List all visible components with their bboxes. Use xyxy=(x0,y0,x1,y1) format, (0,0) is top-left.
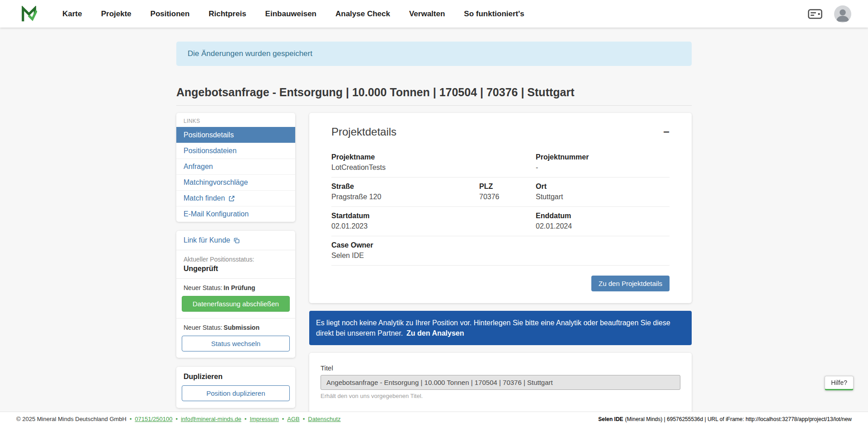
analytics-link[interactable]: Zu den Analysen xyxy=(406,329,464,337)
titel-input xyxy=(321,375,680,390)
main-column: Projektdetails − Projektname LotCreation… xyxy=(309,113,692,412)
customer-link[interactable]: Link für Kunde xyxy=(184,236,240,244)
status-card: Link für Kunde Aktueller Positionsstatus… xyxy=(176,231,295,358)
separator-dot: • xyxy=(303,416,305,422)
nav-item-projekte[interactable]: Projekte xyxy=(101,9,131,19)
next-status-2: Neuer Status:Submission xyxy=(184,324,288,331)
enddatum-label: Enddatum xyxy=(536,212,670,220)
startdatum-label: Startdatum xyxy=(331,212,536,220)
duplicate-card: Duplizieren Position duplizieren xyxy=(176,367,295,408)
projektname-label: Projektname xyxy=(331,153,536,161)
analytics-banner-text: Es liegt noch keine Analytik zu Ihrer Po… xyxy=(316,319,670,337)
project-row: Startdatum 02.01.2023 Enddatum 02.01.202… xyxy=(331,207,670,236)
topbar-right xyxy=(808,5,851,23)
project-row: Projektname LotCreationTests Projektnumm… xyxy=(331,148,670,178)
next-status-1-label: Neuer Status: xyxy=(184,284,222,291)
logo-m-icon xyxy=(21,6,37,22)
sidebar-item-matchingvorschlaege[interactable]: Matchingvorschläge xyxy=(176,174,295,190)
titel-help: Erhält den von uns vorgegebenen Titel. xyxy=(321,393,680,399)
page-title: Angebotsanfrage - Entsorgung | 10.000 To… xyxy=(176,86,692,99)
footer-user: Selen IDE xyxy=(598,416,623,422)
enddatum-value: 02.01.2024 xyxy=(536,222,670,230)
sidebar-item-positionsdateien[interactable]: Positionsdateien xyxy=(176,143,295,159)
projektnummer-value: - xyxy=(536,164,670,172)
user-avatar-icon[interactable] xyxy=(834,5,851,23)
top-nav-bar: Karte Projekte Positionen Richtpreis Ein… xyxy=(0,0,868,28)
title-divider xyxy=(176,105,692,106)
position-number-label: Positionsnummer/-bezeichnung xyxy=(509,411,680,412)
project-details-button[interactable]: Zu den Projektdetails xyxy=(591,276,670,291)
next-status-2-value: Submission xyxy=(224,324,259,331)
footer-session-text: (Mineral Minds) | 69576255536d | URL of … xyxy=(625,416,852,422)
copy-icon xyxy=(233,237,240,244)
nav-item-so-funktionierts[interactable]: So funktioniert's xyxy=(464,9,524,19)
complete-data-entry-button[interactable]: Datenerfassung abschließen xyxy=(182,296,290,312)
current-status-label: Aktueller Positionsstatus: xyxy=(184,256,288,263)
separator-dot: • xyxy=(282,416,284,422)
footer-impressum-link[interactable]: Impressum xyxy=(250,416,278,422)
project-details-card: Projektdetails − Projektname LotCreation… xyxy=(309,113,692,303)
titel-label: Titel xyxy=(321,364,680,372)
customer-link-label: Link für Kunde xyxy=(184,236,230,244)
help-button[interactable]: Hilfe? xyxy=(825,376,854,390)
ort-value: Stuttgart xyxy=(536,193,670,201)
ort-label: Ort xyxy=(536,183,670,191)
collapse-project-details-button[interactable]: − xyxy=(660,126,673,138)
projektnummer-label: Projektnummer xyxy=(536,153,670,161)
switch-status-button[interactable]: Status wechseln xyxy=(182,336,290,351)
next-status-2-label: Neuer Status: xyxy=(184,324,222,331)
strasse-label: Straße xyxy=(331,183,479,191)
analytics-banner: Es liegt noch keine Analytik zu Ihrer Po… xyxy=(309,311,692,345)
footer-agb-link[interactable]: AGB xyxy=(287,416,299,422)
mineral-minds-logo[interactable] xyxy=(21,6,37,22)
case-owner-value: Selen IDE xyxy=(331,252,670,260)
footer-datenschutz-link[interactable]: Datenschutz xyxy=(308,416,340,422)
nav-item-analyse-check[interactable]: Analyse Check xyxy=(335,9,390,19)
duplicate-heading: Duplizieren xyxy=(182,373,290,385)
sidebar-item-match-finden[interactable]: Match finden xyxy=(176,190,295,206)
project-row: Straße Pragstraße 120 PLZ 70376 Ort Stut… xyxy=(331,178,670,207)
sidebar-item-anfragen[interactable]: Anfragen xyxy=(176,159,295,174)
footer-email-link[interactable]: info@mineral-minds.de xyxy=(181,416,241,422)
footer: © 2025 Mineral Minds Deutschland GmbH • … xyxy=(0,412,868,426)
sidebar-item-positionsdetails[interactable]: Positionsdetails xyxy=(176,127,295,143)
footer-left: © 2025 Mineral Minds Deutschland GmbH • … xyxy=(16,416,341,422)
plz-value: 70376 xyxy=(479,193,536,201)
nav-item-verwalten[interactable]: Verwalten xyxy=(409,9,445,19)
position-form-card: Titel Erhält den von uns vorgegebenen Ti… xyxy=(309,353,692,412)
copyright-text: © 2025 Mineral Minds Deutschland GmbH xyxy=(16,416,127,422)
nav-item-richtpreis[interactable]: Richtpreis xyxy=(208,9,246,19)
next-status-1-value: In Prüfung xyxy=(224,284,255,291)
separator-dot: • xyxy=(175,416,178,422)
projektname-value: LotCreationTests xyxy=(331,164,536,172)
project-details-title: Projektdetails xyxy=(331,126,396,138)
server-icon[interactable] xyxy=(808,9,822,19)
main-nav: Karte Projekte Positionen Richtpreis Ein… xyxy=(62,9,524,19)
case-owner-label: Case Owner xyxy=(331,241,670,249)
nav-item-karte[interactable]: Karte xyxy=(62,9,82,19)
nav-item-einbauweisen[interactable]: Einbauweisen xyxy=(265,9,316,19)
our-position-number-label: Unsere Positionsnummer xyxy=(321,411,492,412)
next-status-1: Neuer Status:In Prüfung xyxy=(184,284,288,291)
plz-label: PLZ xyxy=(479,183,536,191)
external-link-icon xyxy=(228,195,235,202)
strasse-value: Pragstraße 120 xyxy=(331,193,479,201)
match-finden-label: Match finden xyxy=(184,194,225,202)
current-status-value: Ungeprüft xyxy=(184,265,288,273)
changes-saved-alert: Die Änderungen wurden gespeichert xyxy=(176,42,692,66)
duplicate-position-button[interactable]: Position duplizieren xyxy=(182,385,290,401)
project-row: Case Owner Selen IDE xyxy=(331,236,670,266)
footer-phone-link[interactable]: 07151/250100 xyxy=(135,416,172,422)
startdatum-value: 02.01.2023 xyxy=(331,222,536,230)
nav-item-positionen[interactable]: Positionen xyxy=(151,9,190,19)
main-area: Die Änderungen wurden gespeichert Angebo… xyxy=(0,28,868,412)
sidebar-links-card: LINKS Positionsdetails Positionsdateien … xyxy=(176,113,295,222)
links-header: LINKS xyxy=(176,113,295,127)
separator-dot: • xyxy=(130,416,132,422)
sidebar-item-email-konfiguration[interactable]: E-Mail Konfiguration xyxy=(176,206,295,222)
sidebar: LINKS Positionsdetails Positionsdateien … xyxy=(176,113,295,412)
separator-dot: • xyxy=(245,416,247,422)
footer-session-info: Selen IDE(Mineral Minds) | 69576255536d … xyxy=(598,416,852,422)
